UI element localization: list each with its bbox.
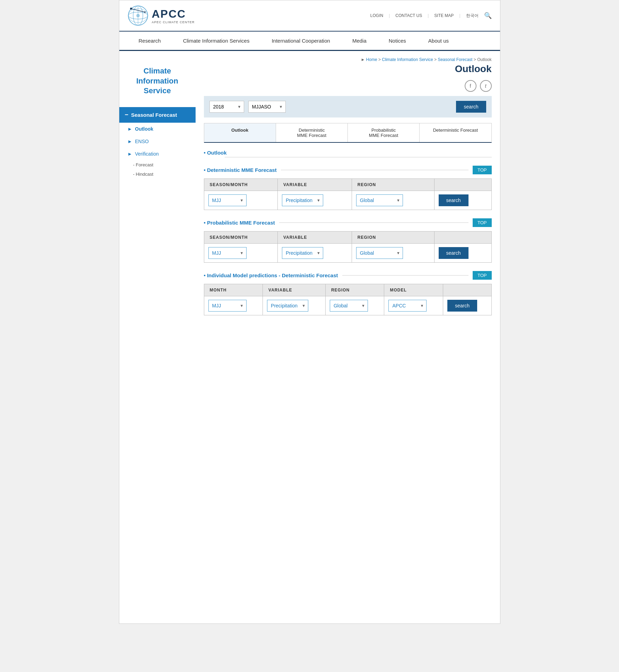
nav-intl-coop[interactable]: International Cooperation (260, 32, 341, 50)
ind-model-col-model: MODEL (384, 284, 443, 296)
sidebar-link-enso[interactable]: ► ENSO (119, 135, 196, 148)
ind-model-month-cell: MJJ JJA JAS ▼ (204, 296, 263, 315)
det-mme-section: • Deterministic MME Forecast TOP SEASON/… (204, 166, 492, 210)
sitemap-link[interactable]: SITE MAP (434, 13, 454, 18)
outlook-section: • Outlook (204, 150, 492, 157)
arrow-icon-enso: ► (128, 139, 132, 144)
prob-mme-section: • Probabilistic MME Forecast TOP SEASON/… (204, 218, 492, 263)
prob-mme-variable-cell: Precipitation Temperature ▼ (277, 244, 352, 263)
det-mme-season-cell: MJJ JJA JAS ASO SON ▼ (204, 191, 277, 210)
ind-model-region-select[interactable]: Global Asia East Asia (330, 300, 368, 312)
ind-model-month-select[interactable]: MJJ JJA JAS (208, 300, 247, 312)
globe-icon (128, 5, 148, 26)
page-title: Outlook (455, 63, 492, 74)
nav-media[interactable]: Media (341, 32, 378, 50)
prob-mme-col-action (434, 232, 491, 244)
tab-det-forecast[interactable]: Deterministic Forecast (420, 123, 491, 142)
contact-link[interactable]: CONTACT US (395, 13, 422, 18)
login-link[interactable]: LOGIN (370, 13, 383, 18)
outlook-hr (225, 157, 492, 157)
top-search-button[interactable]: search (456, 101, 486, 113)
season-select[interactable]: MJJASO JJASON JASOND ASONDJF SONDJFM OND… (248, 101, 286, 113)
year-select-wrapper: 2016 2017 2018 2019 2020 ▼ (209, 101, 244, 113)
sidebar-title-label: Seasonal Forecast (131, 112, 177, 118)
prob-mme-region-cell: Global Asia East Asia Southeast Asia Sou… (352, 244, 434, 263)
tab-prob-mme[interactable]: ProbabilisticMME Forecast (348, 123, 420, 142)
det-mme-top-btn[interactable]: TOP (473, 166, 492, 174)
logo-text: APCC APEC CLIMATE CENTER (152, 8, 195, 24)
det-mme-search-button[interactable]: search (439, 194, 468, 206)
ind-model-header: • Individual Model predictions - Determi… (204, 271, 492, 280)
minus-icon: − (125, 111, 129, 119)
tab-det-mme[interactable]: DeterministicMME Forecast (276, 123, 348, 142)
ind-model-col-action (443, 284, 492, 296)
breadcrumb-area: ► Home > Climate Information Service > S… (204, 56, 492, 62)
logo-area: APCC APEC CLIMATE CENTER (128, 5, 195, 26)
year-select[interactable]: 2016 2017 2018 2019 2020 (209, 101, 244, 113)
sidebar-sub-hindcast[interactable]: - Hindcast (119, 169, 196, 179)
nav-climate-info[interactable]: Climate Information Services (172, 32, 261, 50)
det-mme-line (281, 170, 468, 170)
ind-model-title: • Individual Model predictions - Determi… (204, 272, 338, 278)
det-mme-season-select[interactable]: MJJ JJA JAS ASO SON (208, 194, 247, 206)
ind-model-table: MONTH VARIABLE REGION MODEL (204, 284, 492, 315)
det-mme-variable-select[interactable]: Precipitation Temperature (282, 194, 323, 206)
prob-mme-table: SEASON/MONTH VARIABLE REGION MJJ (204, 231, 492, 263)
breadcrumb-cis[interactable]: Climate Information Service (382, 57, 433, 62)
facebook-icon[interactable]: f (465, 80, 476, 92)
prob-mme-filter-row: MJJ JJA JAS ASO SON ▼ (204, 244, 491, 263)
page-title-area: Outlook (204, 63, 492, 75)
prob-mme-top-btn[interactable]: TOP (473, 218, 492, 227)
social-icons: f t (204, 80, 492, 92)
sidebar-sub-forecast[interactable]: - Forecast (119, 160, 196, 169)
ind-model-model-cell: APCC NCEP ECMWF JMA CFS UKMO ▼ (384, 296, 443, 315)
svg-point-8 (136, 14, 140, 17)
ind-model-top-btn[interactable]: TOP (473, 271, 492, 280)
ind-model-search-button[interactable]: search (447, 300, 477, 312)
ind-model-line (342, 275, 469, 276)
det-mme-title: • Deterministic MME Forecast (204, 167, 277, 173)
prob-mme-season-select[interactable]: MJJ JJA JAS ASO SON (208, 247, 247, 259)
breadcrumb-seasonal[interactable]: Seasonal Forecast (438, 57, 472, 62)
prob-mme-search-button[interactable]: search (439, 247, 468, 259)
prob-mme-variable-select[interactable]: Precipitation Temperature (282, 247, 323, 259)
arrow-icon: ► (128, 126, 132, 132)
det-mme-col-variable: VARIABLE (277, 179, 352, 191)
breadcrumb-current: Outlook (477, 57, 491, 62)
ind-model-variable-cell: Precipitation Temperature ▼ (263, 296, 326, 315)
det-mme-col-region: REGION (352, 179, 434, 191)
prob-mme-col-region: REGION (352, 232, 434, 244)
nav-notices[interactable]: Notices (378, 32, 417, 50)
main-content: ► Home > Climate Information Service > S… (196, 51, 500, 329)
ind-model-model-select[interactable]: APCC NCEP ECMWF JMA CFS UKMO (388, 300, 427, 312)
breadcrumb-home[interactable]: Home (366, 57, 377, 62)
det-mme-col-season: SEASON/MONTH (204, 179, 277, 191)
search-icon[interactable]: 🔍 (484, 12, 492, 19)
prob-mme-col-season: SEASON/MONTH (204, 232, 277, 244)
det-mme-filter-row: MJJ JJA JAS ASO SON ▼ (204, 191, 491, 210)
header: APCC APEC CLIMATE CENTER LOGIN | CONTACT… (119, 0, 500, 32)
sidebar-seasonal-forecast[interactable]: − Seasonal Forecast (119, 107, 196, 123)
ind-model-filter-row: MJJ JJA JAS ▼ Precip (204, 296, 491, 315)
ind-model-variable-select[interactable]: Precipitation Temperature (267, 300, 308, 312)
season-select-wrapper: MJJASO JJASON JASOND ASONDJF SONDJFM OND… (248, 101, 286, 113)
outlook-label: • Outlook (204, 150, 227, 156)
korean-link[interactable]: 한국어 (466, 13, 479, 19)
ind-model-section: • Individual Model predictions - Determi… (204, 271, 492, 315)
sidebar-section-title: Climate InformationService (119, 66, 196, 102)
prob-mme-search-cell: search (434, 244, 491, 263)
arrow-icon-verif: ► (128, 151, 132, 157)
top-search-bar: 2016 2017 2018 2019 2020 ▼ MJJASO JJASON… (204, 96, 492, 117)
sidebar-link-outlook[interactable]: ► Outlook (119, 123, 196, 135)
ind-model-search-cell: search (443, 296, 492, 315)
twitter-icon[interactable]: t (480, 80, 492, 92)
det-mme-region-select[interactable]: Global Asia East Asia Southeast Asia Sou… (356, 194, 403, 206)
nav-about[interactable]: About us (417, 32, 460, 50)
prob-mme-title: • Probabilistic MME Forecast (204, 220, 275, 226)
prob-mme-header: • Probabilistic MME Forecast TOP (204, 218, 492, 227)
prob-mme-region-select[interactable]: Global Asia East Asia Southeast Asia Sou… (356, 247, 403, 259)
tab-outlook[interactable]: Outlook (204, 123, 276, 142)
nav-research[interactable]: Research (128, 32, 172, 50)
sidebar-link-verification[interactable]: ► Verification (119, 148, 196, 160)
svg-point-7 (144, 11, 146, 13)
